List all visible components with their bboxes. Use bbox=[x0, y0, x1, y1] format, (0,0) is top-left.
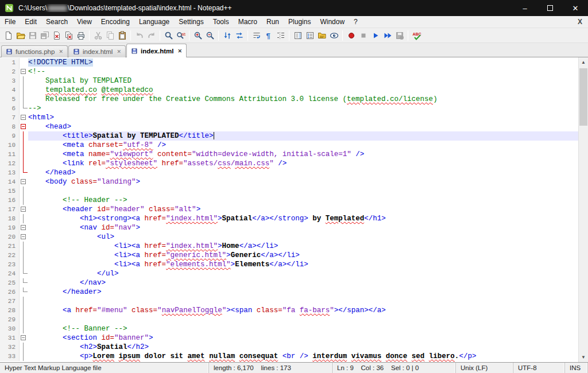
code-line[interactable]: 2<!-- bbox=[0, 67, 578, 76]
record-macro-icon[interactable] bbox=[345, 29, 357, 41]
save-icon[interactable] bbox=[26, 29, 38, 41]
code-text[interactable]: <meta name="viewport" content="width=dev… bbox=[28, 150, 578, 159]
code-line[interactable]: 9 <title>Spatial by TEMPLATED</title> bbox=[0, 131, 578, 141]
save-recorded-macro-icon[interactable] bbox=[393, 29, 405, 41]
code-line[interactable]: 25 </nav> bbox=[0, 278, 578, 287]
code-line[interactable]: 4 templated.co @templatedco bbox=[0, 86, 578, 95]
close-document-x-button[interactable]: X bbox=[572, 18, 588, 26]
sync-horizontal-icon[interactable] bbox=[233, 29, 245, 41]
code-line[interactable]: 27 bbox=[0, 297, 578, 306]
menu-tools[interactable]: Tools bbox=[208, 17, 234, 27]
minimize-button[interactable]: – bbox=[512, 0, 537, 16]
zoom-in-icon[interactable] bbox=[192, 29, 204, 41]
vertical-scrollbar[interactable]: ▲ ▼ bbox=[578, 57, 588, 362]
code-text[interactable]: <li><a href="generic.html">Generic</a></… bbox=[28, 251, 578, 260]
status-encoding[interactable]: UTF-8 bbox=[513, 363, 565, 373]
menu-macro[interactable]: Macro bbox=[234, 17, 262, 27]
code-text[interactable] bbox=[28, 187, 578, 196]
fold-toggle-icon[interactable] bbox=[20, 177, 28, 187]
zoom-out-icon[interactable] bbox=[204, 29, 216, 41]
open-icon[interactable] bbox=[14, 29, 26, 41]
cut-icon[interactable] bbox=[92, 29, 104, 41]
code-text[interactable]: <!DOCTYPE HTML> bbox=[28, 58, 578, 67]
sync-vertical-icon[interactable] bbox=[221, 29, 233, 41]
code-text[interactable]: <li><a href="elements.html">Elements</a>… bbox=[28, 260, 578, 269]
code-text[interactable]: <!-- Header --> bbox=[28, 196, 578, 205]
code-text[interactable]: <!-- bbox=[28, 67, 578, 76]
undo-icon[interactable] bbox=[133, 29, 145, 41]
run-macro-multiple-icon[interactable] bbox=[381, 29, 393, 41]
code-text[interactable]: <h1><strong><a href="index.html">Spatial… bbox=[28, 214, 578, 223]
code-line[interactable]: 1<!DOCTYPE HTML> bbox=[0, 58, 578, 67]
code-text[interactable]: <ul> bbox=[28, 232, 578, 242]
spell-check-icon[interactable]: ABC bbox=[411, 29, 423, 41]
copy-icon[interactable] bbox=[104, 29, 116, 41]
close-icon[interactable] bbox=[51, 29, 63, 41]
print-icon[interactable] bbox=[75, 29, 87, 41]
menu-view[interactable]: View bbox=[72, 17, 96, 27]
playback-macro-icon[interactable] bbox=[369, 29, 381, 41]
code-text[interactable]: <title>Spatial by TEMPLATED</title> bbox=[28, 131, 578, 141]
status-insert-mode[interactable]: INS bbox=[565, 363, 588, 373]
code-text[interactable]: --> bbox=[28, 104, 578, 113]
code-text[interactable]: <link rel="stylesheet" href="assets/css/… bbox=[28, 159, 578, 168]
code-text[interactable]: <section id="banner"> bbox=[28, 333, 578, 343]
code-line[interactable]: 16 <!-- Header --> bbox=[0, 196, 578, 205]
code-text[interactable]: <!-- Banner --> bbox=[28, 324, 578, 333]
menu-plugins[interactable]: Plugins bbox=[284, 17, 315, 27]
code-line[interactable]: 5 Released for free under the Creative C… bbox=[0, 95, 578, 104]
code-line[interactable]: 3 Spatial by TEMPLATED bbox=[0, 76, 578, 86]
new-file-icon[interactable] bbox=[2, 29, 14, 41]
code-text[interactable]: <meta charset="utf-8" /> bbox=[28, 141, 578, 150]
scroll-up-arrow-icon[interactable]: ▲ bbox=[579, 57, 588, 67]
tab-close-icon[interactable]: ✕ bbox=[176, 48, 182, 54]
code-line[interactable]: 19 <nav id="nav"> bbox=[0, 223, 578, 232]
code-line[interactable]: 12 <link rel="stylesheet" href="assets/c… bbox=[0, 159, 578, 168]
menu-settings[interactable]: Settings bbox=[174, 17, 208, 27]
menu-help[interactable]: ? bbox=[349, 17, 362, 27]
fold-toggle-icon[interactable] bbox=[20, 333, 28, 343]
code-text[interactable]: <header id="header" class="alt"> bbox=[28, 205, 578, 214]
code-line[interactable]: 22 <li><a href="generic.html">Generic</a… bbox=[0, 251, 578, 260]
tab-index.html-active[interactable]: index.html✕ bbox=[126, 44, 187, 57]
code-line[interactable]: 24 </ul> bbox=[0, 269, 578, 278]
menu-encoding[interactable]: Encoding bbox=[96, 17, 134, 27]
code-line[interactable]: 20 <ul> bbox=[0, 232, 578, 242]
code-line[interactable]: 17 <header id="header" class="alt"> bbox=[0, 205, 578, 214]
code-text[interactable]: <h2>Spatial</h2> bbox=[28, 343, 578, 352]
tab-functions.php[interactable]: functions.php✕ bbox=[1, 45, 68, 57]
code-line[interactable]: 10 <meta charset="utf-8" /> bbox=[0, 141, 578, 150]
code-line[interactable]: 8 <head> bbox=[0, 122, 578, 131]
redo-icon[interactable] bbox=[145, 29, 157, 41]
code-line[interactable]: 18 <h1><strong><a href="index.html">Spat… bbox=[0, 214, 578, 223]
menu-search[interactable]: Search bbox=[41, 17, 72, 27]
code-line[interactable]: 23 <li><a href="elements.html">Elements<… bbox=[0, 260, 578, 269]
maximize-button[interactable] bbox=[537, 0, 563, 16]
save-all-icon[interactable] bbox=[38, 29, 51, 41]
stop-recording-icon[interactable] bbox=[357, 29, 369, 41]
scrollbar-thumb[interactable] bbox=[579, 68, 587, 126]
code-text[interactable]: </ul> bbox=[28, 269, 578, 278]
monitor-icon[interactable] bbox=[328, 29, 340, 41]
code-line[interactable]: 21 <li><a href="index.html">Home</a></li… bbox=[0, 242, 578, 251]
menu-run[interactable]: Run bbox=[262, 17, 284, 27]
code-line[interactable]: 33 <p>Lorem ipsum dolor sit amet nullam … bbox=[0, 352, 578, 361]
code-lines[interactable]: 1<!DOCTYPE HTML>2<!--3 Spatial by TEMPLA… bbox=[0, 57, 578, 362]
code-line[interactable]: 32 <h2>Spatial</h2> bbox=[0, 343, 578, 352]
status-eol-format[interactable]: Unix (LF) bbox=[456, 363, 513, 373]
code-text[interactable] bbox=[28, 315, 578, 324]
fold-toggle-icon[interactable] bbox=[20, 205, 28, 214]
word-wrap-icon[interactable] bbox=[250, 29, 262, 41]
replace-icon[interactable]: ab bbox=[175, 29, 187, 41]
code-text[interactable]: <head> bbox=[28, 122, 578, 131]
menu-language[interactable]: Language bbox=[134, 17, 174, 27]
code-text[interactable]: <p>Lorem ipsum dolor sit amet nullam con… bbox=[28, 352, 578, 361]
close-button[interactable]: ✕ bbox=[563, 0, 588, 16]
code-text[interactable]: <a href="#menu" class="navPanelToggle"><… bbox=[28, 306, 578, 315]
code-text[interactable]: templated.co @templatedco bbox=[28, 86, 578, 95]
scroll-down-arrow-icon[interactable]: ▼ bbox=[579, 352, 588, 362]
code-text[interactable]: </head> bbox=[28, 168, 578, 177]
folder-as-workspace-icon[interactable] bbox=[316, 29, 328, 41]
code-line[interactable]: 26 </header> bbox=[0, 287, 578, 297]
menu-window[interactable]: Window bbox=[315, 17, 349, 27]
